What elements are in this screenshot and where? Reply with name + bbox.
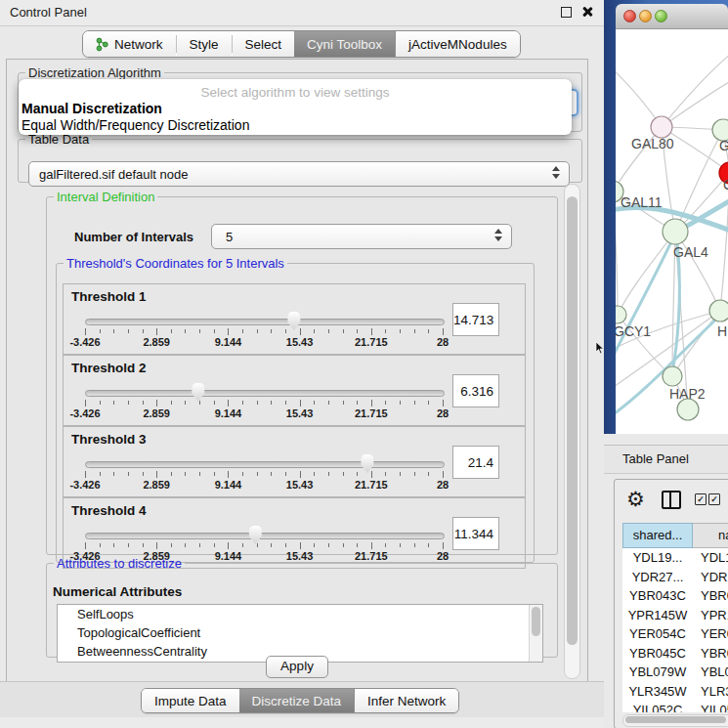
threshold-1-slider[interactable]: -3.4262.8599.14415.4321.71528 (85, 284, 443, 354)
attribute-item[interactable]: TopologicalCoefficient (58, 623, 542, 642)
network-node[interactable] (709, 300, 728, 321)
table-row[interactable]: YER054CYER05 (622, 624, 728, 644)
table-row[interactable]: YBR043CYBR04 (622, 586, 728, 606)
network-window-frame: GAL80GCGAL11GAL4GCY1HHAP2 (604, 0, 728, 434)
table-panel-title: Table Panel (622, 451, 689, 466)
dropdown-hint: Select algorithm to view settings (19, 85, 572, 100)
slider-track[interactable] (85, 533, 445, 539)
tab-jactivemnodules[interactable]: jActiveMNodules (396, 31, 520, 57)
network-canvas[interactable]: GAL80GCGAL11GAL4GCY1HHAP2 (616, 29, 728, 434)
table-row[interactable]: YBL079WYBL07 (622, 663, 728, 682)
tab-cyni-toolbox-label: Cyni Toolbox (307, 37, 382, 52)
apply-button[interactable]: Apply (266, 656, 328, 678)
bottom-tab-bar: Impute Data Discretize Data Infer Networ… (141, 688, 459, 713)
slider-track[interactable] (85, 461, 445, 468)
table-row[interactable]: YBR045CYBR04 (622, 644, 728, 664)
node-label: GAL11 (621, 194, 663, 210)
threshold-4-value-field[interactable]: 11.344 (452, 517, 499, 550)
table-data-group: Table Data galFiltered.sif default node (18, 132, 582, 183)
horizontal-scrollbar[interactable] (622, 714, 728, 727)
network-window-titlebar (616, 4, 728, 29)
number-of-intervals-label: Number of Intervals (74, 230, 193, 244)
minimize-traffic-light-icon[interactable] (639, 10, 652, 22)
threshold-panel-2: Threshold 2 -3.4262.8599.14415.4321.7152… (63, 355, 526, 426)
close-icon[interactable] (581, 6, 593, 18)
scrollbar-thumb[interactable] (625, 716, 726, 723)
node-label: GAL4 (673, 244, 708, 260)
table-row[interactable]: YPR145WYPR14 (622, 606, 728, 625)
spinner-stepper-icon[interactable] (494, 229, 502, 241)
threshold-1-value-field[interactable]: 14.713 (452, 303, 499, 336)
slider-track[interactable] (85, 390, 445, 397)
column-header-shared-name[interactable]: shared... (622, 523, 693, 548)
tab-impute-data-label: Impute Data (154, 694, 227, 708)
split-columns-icon[interactable] (662, 491, 681, 509)
network-node[interactable] (663, 219, 688, 244)
tab-discretize-data[interactable]: Discretize Data (239, 689, 355, 712)
tab-style-label: Style (190, 37, 219, 52)
table-panel: ⚙ ✓ ✓ shared... na YDL19...YDL19YDR27...… (614, 479, 728, 728)
node-label: C (723, 177, 728, 193)
table-body: YDL19...YDL19YDR27...YDR27YBR043CYBR04YP… (622, 548, 728, 712)
network-node[interactable] (651, 116, 672, 138)
attributes-group: Attributes to discretize Numerical Attri… (46, 556, 558, 658)
table-toolbar: ⚙ ✓ ✓ (615, 486, 728, 517)
threshold-3-slider[interactable]: -3.4262.8599.14415.4321.71528 (85, 427, 443, 496)
thresholds-group: Threshold's Coordinates for 5 Intervals … (56, 256, 535, 563)
scrollbar-thumb[interactable] (532, 607, 540, 636)
threshold-panel-1: Threshold 1 -3.4262.8599.14415.4321.7152… (63, 283, 526, 355)
scrollbar-thumb[interactable] (567, 196, 578, 645)
column-header-name[interactable]: na (693, 523, 728, 548)
attribute-item[interactable]: SelfLoops (58, 605, 542, 623)
vertical-scrollbar[interactable] (564, 184, 580, 679)
number-of-intervals-spinner[interactable]: 5 (211, 224, 512, 249)
number-of-intervals-value: 5 (226, 230, 233, 244)
slider-scale-labels: -3.4262.8599.14415.4321.71528 (85, 407, 443, 419)
tab-style[interactable]: Style (177, 31, 232, 57)
threshold-2-slider[interactable]: -3.4262.8599.14415.4321.71528 (85, 356, 443, 425)
network-icon (96, 37, 108, 52)
interval-definition-group: Interval Definition Number of Intervals … (46, 190, 558, 555)
tab-impute-data[interactable]: Impute Data (142, 689, 239, 712)
discretization-algorithm-title: Discretization Algorithm (25, 65, 164, 80)
tab-infer-network-label: Infer Network (367, 694, 446, 708)
slider-track[interactable] (85, 319, 445, 325)
table-data-selected: galFiltered.sif default node (39, 167, 188, 182)
gear-icon[interactable]: ⚙ (626, 488, 645, 511)
checkbox-icon[interactable]: ✓ (708, 493, 720, 505)
float-window-icon[interactable] (561, 7, 572, 18)
dropdown-option-equal-width[interactable]: Equal Width/Frequency Discretization (21, 117, 249, 133)
tab-select[interactable]: Select (233, 31, 295, 57)
table-row[interactable]: YLR345WYLR34 (622, 682, 728, 702)
threshold-panel-3: Threshold 3 -3.4262.8599.14415.4321.7152… (63, 426, 526, 497)
tab-cyni-toolbox[interactable]: Cyni Toolbox (294, 31, 395, 57)
table-row[interactable]: YDR27...YDR27 (622, 568, 728, 587)
numerical-attributes-label: Numerical Attributes (53, 584, 182, 599)
panel-title: Control Panel (10, 5, 87, 20)
zoom-traffic-light-icon[interactable] (655, 10, 667, 22)
network-window: GAL80GCGAL11GAL4GCY1HHAP2 (616, 4, 728, 434)
tab-infer-network[interactable]: Infer Network (355, 689, 458, 712)
mouse-cursor (595, 341, 605, 355)
checkbox-icon[interactable]: ✓ (695, 493, 707, 505)
tab-network-label: Network (114, 37, 163, 52)
numerical-attributes-list[interactable]: SelfLoopsTopologicalCoefficientBetweenne… (57, 604, 543, 663)
thresholds-title: Threshold's Coordinates for 5 Intervals (64, 256, 287, 271)
threshold-3-value-field[interactable]: 21.4 (452, 446, 499, 479)
list-scrollbar[interactable] (529, 605, 542, 662)
tab-discretize-data-label: Discretize Data (252, 694, 342, 708)
close-traffic-light-icon[interactable] (623, 10, 636, 22)
threshold-2-value-field[interactable]: 6.316 (452, 374, 499, 407)
tab-network[interactable]: Network (83, 31, 176, 57)
screen: Control Panel Network Style Select Cyni … (0, 0, 728, 728)
settings-scrollpane: Interval Definition Number of Intervals … (14, 184, 580, 677)
table-row[interactable]: YDL19...YDL19 (622, 548, 728, 568)
dropdown-option-manual[interactable]: Manual Discretization (21, 101, 162, 116)
table-row[interactable]: YIL052CYIL05 (622, 701, 728, 712)
network-node[interactable] (677, 399, 699, 420)
tab-jactivemnodules-label: jActiveMNodules (408, 37, 507, 52)
algorithm-dropdown-popup: Select algorithm to view settings Manual… (19, 79, 572, 135)
slider-scale-labels: -3.4262.8599.14415.4321.71528 (85, 336, 443, 348)
network-node[interactable] (663, 366, 682, 386)
network-node[interactable] (616, 306, 626, 323)
